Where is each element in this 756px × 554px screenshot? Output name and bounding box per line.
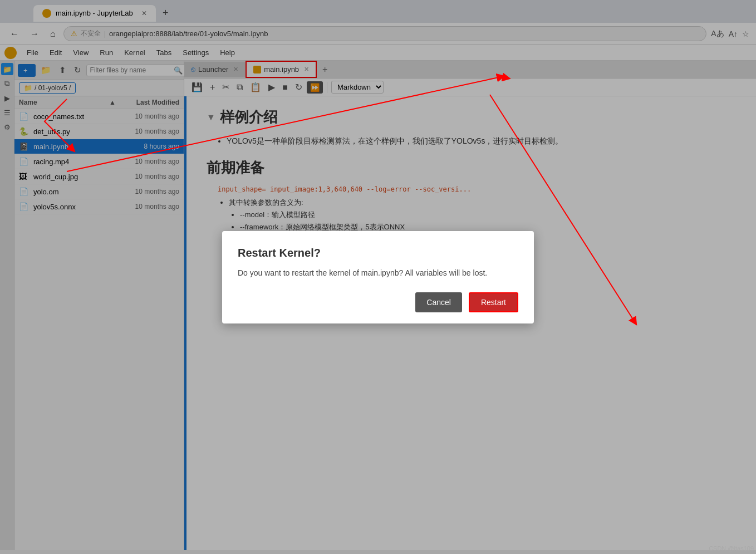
- dialog-title: Restart Kernel?: [238, 247, 518, 259]
- dialog-overlay: Restart Kernel? Do you want to restart t…: [0, 0, 756, 554]
- cancel-button[interactable]: Cancel: [415, 292, 462, 312]
- csdn-watermark: CSDN @itas109: [709, 545, 754, 552]
- dialog-body: Do you want to restart the kernel of mai…: [238, 267, 518, 279]
- restart-kernel-dialog: Restart Kernel? Do you want to restart t…: [222, 231, 534, 323]
- dialog-actions: Cancel Restart: [238, 292, 518, 312]
- restart-confirm-button[interactable]: Restart: [469, 292, 518, 312]
